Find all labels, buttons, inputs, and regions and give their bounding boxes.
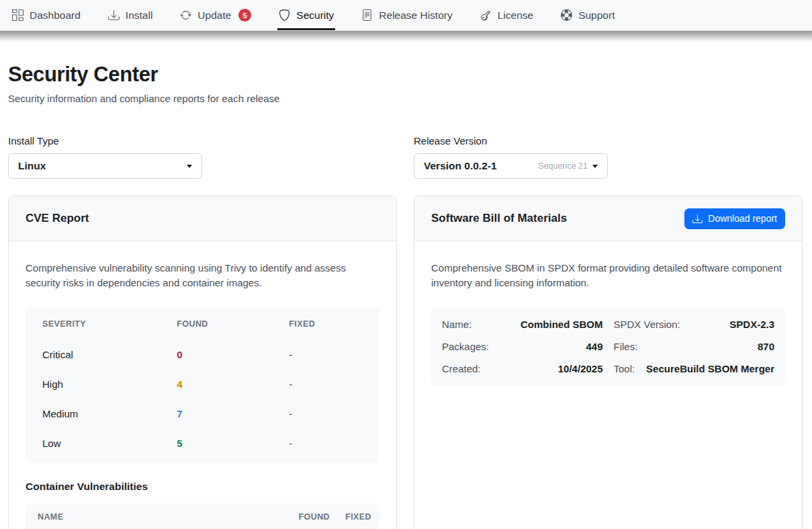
container-vulns-table-header: NAME FOUND FIXED xyxy=(26,503,379,529)
active-tab-underline xyxy=(277,28,335,30)
nav-item-dashboard[interactable]: Dashboard xyxy=(12,0,81,30)
key-icon xyxy=(478,7,494,23)
sbom-field-tool: Tool: SecureBuild SBOM Merger xyxy=(614,361,775,376)
table-row-critical: Critical 0 - xyxy=(26,339,379,369)
cve-card-header: CVE Report xyxy=(9,196,396,241)
install-type-select[interactable]: Linux xyxy=(8,153,202,179)
download-icon xyxy=(108,9,120,21)
container-vulns-title: Container Vulnerabilities xyxy=(26,481,379,493)
cve-card-body: Comprehensive vulnerability scanning usi… xyxy=(9,241,396,529)
sbom-info-grid: Name: Combined SBOM SPDX Version: SPDX-2… xyxy=(431,307,785,386)
nav-item-release-history[interactable]: Release History xyxy=(361,0,452,30)
cards-row: CVE Report Comprehensive vulnerability s… xyxy=(8,196,803,529)
sbom-field-created: Created: 10/4/2025 xyxy=(442,361,603,376)
life-preserver-icon xyxy=(561,9,572,21)
top-nav: Dashboard Install Update 5 Security Rele… xyxy=(0,0,812,31)
nav-label: Dashboard xyxy=(30,9,81,22)
table-row-medium: Medium 7 - xyxy=(26,399,379,428)
install-type-group: Install Type Linux xyxy=(8,135,397,179)
install-type-label: Install Type xyxy=(8,135,397,147)
table-row-high: High 4 - xyxy=(26,369,379,399)
col-fixed: FIXED xyxy=(289,319,363,329)
document-icon xyxy=(361,9,373,21)
nav-label: Support xyxy=(578,9,615,22)
sbom-field-spdx-version: SPDX Version: SPDX-2.3 xyxy=(614,317,775,332)
release-version-label: Release Version xyxy=(414,135,803,147)
cve-card-title: CVE Report xyxy=(26,212,89,225)
refresh-icon xyxy=(180,9,191,21)
page-subtitle: Security information and compliance repo… xyxy=(8,93,803,104)
nav-item-update[interactable]: Update 5 xyxy=(180,0,251,30)
sbom-field-name: Name: Combined SBOM xyxy=(442,317,603,332)
nav-label: Release History xyxy=(379,9,452,22)
chevron-down-icon xyxy=(187,165,192,168)
nav-item-security[interactable]: Security xyxy=(279,0,334,30)
cve-description: Comprehensive vulnerability scanning usi… xyxy=(26,261,379,290)
download-report-label: Download report xyxy=(708,213,777,224)
page-title: Security Center xyxy=(8,63,803,87)
sequence-hint: Sequence 21 xyxy=(538,161,588,171)
grid-icon xyxy=(12,9,24,21)
severity-table: SEVERITY FOUND FIXED Critical 0 - High 4… xyxy=(26,307,379,463)
release-version-group: Release Version Version 0.0.2-1 Sequence… xyxy=(414,135,803,179)
cve-report-card: CVE Report Comprehensive vulnerability s… xyxy=(8,196,397,529)
nav-item-license[interactable]: License xyxy=(480,0,533,30)
sbom-card-title: Software Bill of Materials xyxy=(431,212,567,225)
nav-label: Security xyxy=(296,9,334,22)
download-icon xyxy=(692,214,703,224)
severity-table-header: SEVERITY FOUND FIXED xyxy=(26,309,379,339)
release-version-value: Version 0.0.2-1 xyxy=(424,160,497,172)
sbom-card: Software Bill of Materials Download repo… xyxy=(414,196,803,529)
update-count-badge: 5 xyxy=(238,9,251,22)
nav-item-support[interactable]: Support xyxy=(561,0,615,30)
sbom-description: Comprehensive SBOM in SPDX format provid… xyxy=(431,261,785,290)
nav-item-install[interactable]: Install xyxy=(108,0,153,30)
sbom-field-packages: Packages: 449 xyxy=(442,339,603,354)
shield-icon xyxy=(279,9,290,21)
col-found: FOUND xyxy=(269,512,330,522)
install-type-value: Linux xyxy=(18,160,46,172)
sbom-field-files: Files: 870 xyxy=(614,339,775,354)
table-row-low: Low 5 - xyxy=(26,428,379,458)
main-content: Security Center Security information and… xyxy=(0,63,812,529)
download-report-button[interactable]: Download report xyxy=(684,208,785,229)
sbom-card-body: Comprehensive SBOM in SPDX format provid… xyxy=(414,241,802,405)
sbom-card-header: Software Bill of Materials Download repo… xyxy=(414,196,802,241)
nav-label: Update xyxy=(197,9,231,22)
nav-label: License xyxy=(498,9,533,22)
release-version-select[interactable]: Version 0.0.2-1 Sequence 21 xyxy=(414,153,608,179)
col-name: NAME xyxy=(38,512,269,522)
chevron-down-icon xyxy=(592,165,598,168)
col-found: FOUND xyxy=(177,319,289,329)
nav-label: Install xyxy=(126,9,153,22)
col-fixed: FIXED xyxy=(330,512,371,522)
nav-scroll-shadow xyxy=(0,31,812,42)
filters-row: Install Type Linux Release Version Versi… xyxy=(8,135,803,179)
col-severity: SEVERITY xyxy=(42,319,177,329)
